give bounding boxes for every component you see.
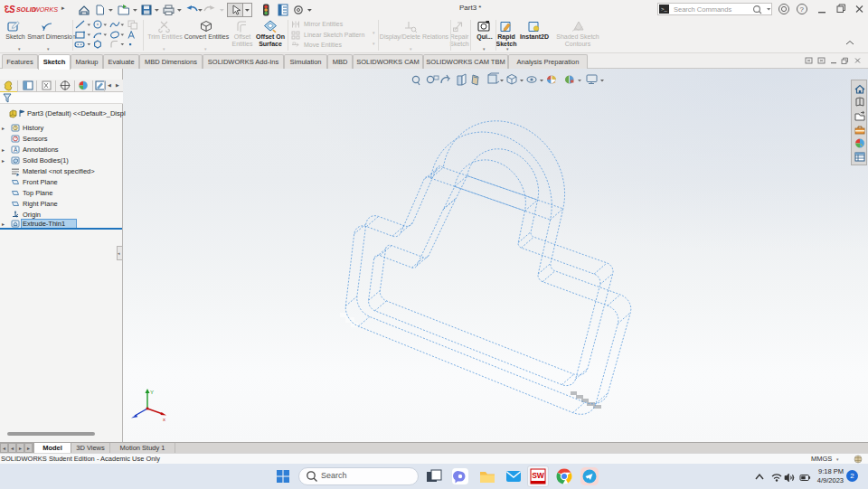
svg-text:x: x — [163, 417, 165, 422]
svg-text:A: A — [14, 146, 18, 153]
svg-text:Y: Y — [150, 390, 154, 395]
svg-text:SW: SW — [532, 471, 545, 480]
svg-text:?: ? — [800, 5, 805, 14]
